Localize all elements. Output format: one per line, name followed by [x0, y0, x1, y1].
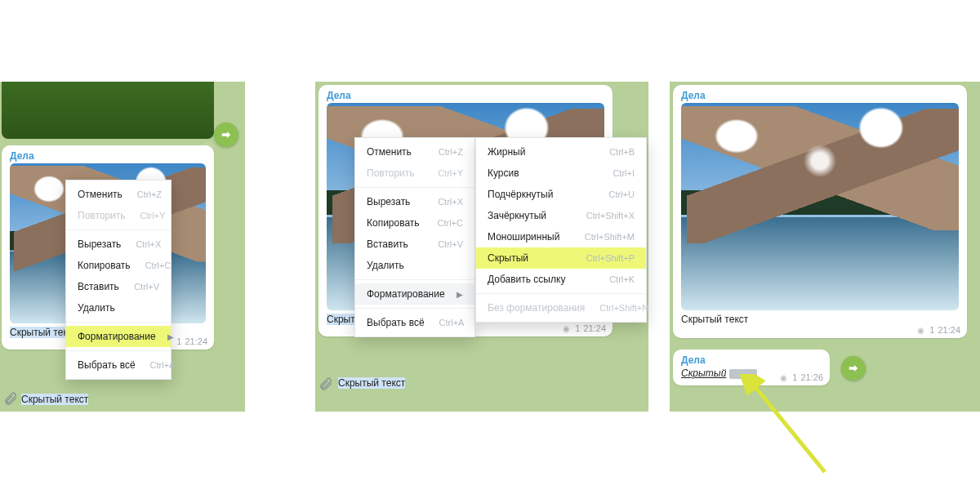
sender-name: Дела — [327, 90, 604, 101]
forward-button[interactable] — [841, 356, 866, 381]
context-menu: ОтменитьCtrl+Z ПовторитьCtrl+Y ВырезатьC… — [354, 137, 475, 337]
sender-name: Дела — [10, 150, 206, 162]
menu-cut[interactable]: ВырезатьCtrl+X — [355, 191, 474, 212]
message-image[interactable] — [681, 103, 959, 310]
views-count: 1 — [176, 336, 181, 346]
submenu-bold[interactable]: ЖирныйCtrl+B — [476, 141, 646, 163]
menu-separator — [476, 293, 646, 294]
forward-icon — [220, 129, 232, 140]
menu-cut[interactable]: ВырезатьCtrl+X — [66, 234, 171, 255]
menu-separator — [355, 187, 474, 188]
forward-icon — [848, 363, 859, 374]
menu-delete[interactable]: Удалить — [355, 255, 474, 276]
menu-paste[interactable]: ВставитьCtrl+V — [66, 276, 171, 297]
message-meta: 1 21:26 — [780, 372, 823, 382]
prev-message-image — [2, 82, 214, 139]
views-icon — [780, 372, 789, 382]
paperclip-icon — [3, 390, 18, 405]
message-caption: Скрытый текст — [681, 314, 748, 325]
panel-2: Дела Скрытый текст 1 21:24 Скрытый текст… — [315, 82, 648, 412]
menu-separator — [66, 350, 171, 351]
message-time: 21:26 — [800, 372, 823, 382]
compose-input-text[interactable]: Скрытый текст — [21, 394, 88, 405]
menu-separator — [355, 308, 474, 309]
attach-button[interactable] — [3, 390, 20, 407]
submenu-spoiler[interactable]: СкрытыйCtrl+Shift+P — [476, 247, 646, 269]
views-count: 1 — [929, 325, 934, 335]
submenu-clear: Без форматированияCtrl+Shift+N — [476, 297, 646, 318]
views-count: 1 — [575, 323, 580, 333]
message-time: 21:24 — [185, 336, 207, 346]
chevron-right-icon: ▶ — [167, 332, 174, 341]
sender-name: Дела — [681, 90, 959, 101]
menu-delete[interactable]: Удалить — [66, 297, 171, 318]
spoiler-hidden[interactable] — [729, 369, 757, 379]
views-icon — [917, 325, 926, 335]
menu-formatting[interactable]: Форматирование▶ — [66, 326, 171, 347]
submenu-italic[interactable]: КурсивCtrl+I — [476, 163, 646, 184]
menu-formatting[interactable]: Форматирование▶ — [355, 283, 474, 305]
submenu-mono[interactable]: МоноширинныйCtrl+Shift+M — [476, 226, 646, 247]
panel-3: Дела Скрытый текст 1 21:24 Дела Скрытый … — [670, 82, 980, 412]
message-card-spoiler[interactable]: Дела Скрытый 1 21:26 — [673, 350, 830, 385]
menu-separator — [355, 279, 474, 280]
submenu-link[interactable]: Добавить ссылкуCtrl+K — [476, 269, 646, 290]
context-menu: ОтменитьCtrl+Z ПовторитьCtrl+Y ВырезатьC… — [65, 180, 172, 380]
message-time: 21:24 — [938, 325, 960, 335]
svg-line-0 — [751, 382, 825, 472]
attach-button[interactable] — [318, 376, 335, 392]
chevron-right-icon: ▶ — [457, 290, 463, 299]
message-time: 21:24 — [583, 323, 606, 333]
menu-copy[interactable]: КопироватьCtrl+C — [66, 255, 171, 276]
panel-1: Дела Скрытый текст 1 21:24 Скрытый текст… — [0, 82, 245, 412]
message-meta: 1 21:24 — [917, 325, 960, 335]
menu-undo[interactable]: ОтменитьCtrl+Z — [66, 184, 171, 205]
paperclip-icon — [318, 376, 333, 390]
menu-copy[interactable]: КопироватьCtrl+C — [355, 212, 474, 234]
message-meta: 1 21:24 — [563, 323, 606, 333]
menu-separator — [66, 229, 171, 230]
menu-redo: ПовторитьCtrl+Y — [66, 205, 171, 226]
menu-separator — [66, 322, 171, 323]
menu-select-all[interactable]: Выбрать всёCtrl+A — [355, 312, 474, 333]
menu-undo[interactable]: ОтменитьCtrl+Z — [355, 141, 474, 163]
formatting-submenu: ЖирныйCtrl+B КурсивCtrl+I ПодчёркнутыйCt… — [475, 137, 647, 323]
spoiler-text-visible[interactable]: Скрытый — [681, 368, 726, 379]
views-count: 1 — [792, 372, 797, 382]
compose-input-text[interactable]: Скрытый текст — [338, 377, 405, 389]
sender-name: Дела — [681, 354, 822, 366]
forward-button[interactable] — [214, 122, 238, 147]
menu-select-all[interactable]: Выбрать всёCtrl+A — [66, 354, 171, 376]
message-card[interactable]: Дела Скрытый текст 1 21:24 — [673, 85, 967, 338]
menu-paste[interactable]: ВставитьCtrl+V — [355, 234, 474, 255]
menu-redo: ПовторитьCtrl+Y — [355, 163, 474, 184]
views-icon — [563, 323, 572, 333]
annotation-arrow — [735, 374, 841, 480]
submenu-strike[interactable]: ЗачёркнутыйCtrl+Shift+X — [476, 205, 646, 226]
submenu-underline[interactable]: ПодчёркнутыйCtrl+U — [476, 184, 646, 205]
